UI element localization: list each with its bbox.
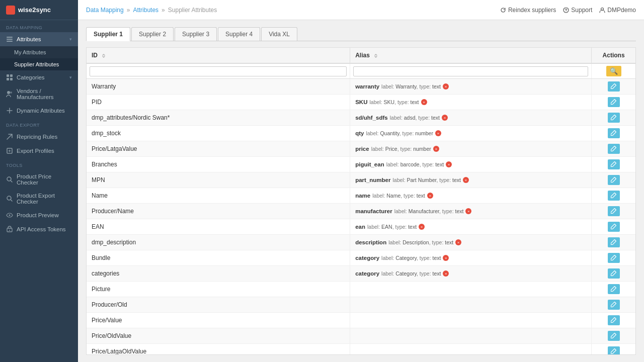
- alias-remove-button[interactable]: ×: [435, 130, 441, 136]
- edit-button[interactable]: [608, 300, 620, 310]
- edit-button[interactable]: [608, 206, 620, 216]
- alias-remove-button[interactable]: ×: [443, 255, 449, 261]
- alias-name: SKU: [355, 99, 367, 105]
- alias-remove-button[interactable]: ×: [443, 270, 449, 277]
- col-header-id: ID: [87, 48, 350, 63]
- reindex-suppliers-link[interactable]: Reindex suppliers: [500, 7, 556, 14]
- edit-button[interactable]: [608, 222, 620, 232]
- alias-remove-button[interactable]: ×: [446, 161, 452, 167]
- sidebar-item-my-attributes[interactable]: My Attributes: [0, 46, 78, 58]
- alias-remove-button[interactable]: ×: [465, 208, 471, 214]
- alias-remove-button[interactable]: ×: [419, 224, 425, 230]
- row-id-cell: Name: [87, 188, 350, 204]
- edit-button[interactable]: [608, 284, 620, 294]
- edit-button[interactable]: [608, 81, 620, 92]
- tab-vida-xl[interactable]: Vida XL: [261, 27, 297, 41]
- table-row: Namenamelabel: Name, type: text×: [87, 188, 635, 204]
- filter-row: 🔍: [87, 63, 635, 79]
- table-row: dmp_stockqtylabel: Quantity, type: numbe…: [87, 126, 635, 141]
- row-alias-cell: descriptionlabel: Description, type: tex…: [350, 235, 592, 250]
- row-actions-cell: [592, 126, 635, 141]
- support-label: Support: [571, 7, 592, 14]
- edit-button[interactable]: [608, 128, 620, 138]
- edit-button[interactable]: [608, 144, 620, 154]
- edit-icon: [611, 223, 617, 229]
- edit-icon: [611, 254, 617, 260]
- row-id-cell: Branches: [87, 157, 350, 172]
- edit-button[interactable]: [608, 113, 620, 123]
- section-label-tools: TOOLS: [0, 158, 78, 170]
- row-id-cell: Picture: [87, 282, 350, 297]
- edit-button[interactable]: [608, 191, 620, 201]
- sidebar-item-dynamic-attributes[interactable]: Dynamic Attributes: [0, 104, 78, 118]
- sidebar-item-export-profiles[interactable]: Export Profiles: [0, 144, 78, 158]
- row-id-cell: MPN: [87, 172, 350, 188]
- sidebar-item-repricing-rules[interactable]: Repricing Rules: [0, 130, 78, 144]
- edit-button[interactable]: [608, 175, 620, 185]
- alias-remove-button[interactable]: ×: [433, 146, 439, 152]
- alias-meta: label: Description, type: text: [388, 239, 453, 245]
- sidebar-item-api-access-tokens[interactable]: API Access Tokens: [0, 222, 78, 236]
- row-actions-cell: [592, 235, 635, 250]
- user-menu[interactable]: DMPdemo: [599, 7, 636, 14]
- supplier-tabs: Supplier 1 Supplier 2 Supplier 3 Supplie…: [86, 27, 636, 41]
- svg-point-11: [7, 196, 11, 200]
- edit-button[interactable]: [608, 237, 620, 247]
- alias-remove-button[interactable]: ×: [427, 193, 433, 199]
- repricing-rules-label: Repricing Rules: [17, 134, 57, 140]
- breadcrumb-attributes[interactable]: Attributes: [133, 7, 158, 14]
- tab-supplier-1[interactable]: Supplier 1: [86, 27, 130, 41]
- svg-point-7: [7, 91, 10, 94]
- svg-point-12: [9, 215, 11, 216]
- alias-meta: label: barcode, type: text: [386, 161, 444, 167]
- edit-button[interactable]: [608, 159, 620, 169]
- sort-id-icon: [101, 53, 106, 58]
- row-id-cell: Warranty: [87, 79, 350, 95]
- tab-supplier-3[interactable]: Supplier 3: [175, 27, 217, 41]
- dynamic-attributes-label: Dynamic Attributes: [17, 108, 65, 114]
- tab-supplier-2[interactable]: Supplier 2: [131, 27, 174, 41]
- table-row: Price/Value: [87, 313, 635, 328]
- edit-button[interactable]: [608, 331, 620, 341]
- alias-name: warranty: [355, 83, 379, 89]
- alias-meta: label: Part Number, type: text: [392, 177, 460, 183]
- alias-remove-button[interactable]: ×: [421, 99, 427, 105]
- breadcrumb-current: Supplier Attributes: [168, 7, 217, 14]
- alias-remove-button[interactable]: ×: [463, 177, 469, 183]
- sidebar-item-supplier-attributes[interactable]: Supplier Attributes: [0, 58, 78, 70]
- breadcrumb-data-mapping[interactable]: Data Mapping: [86, 7, 124, 14]
- sidebar-item-categories[interactable]: Categories ▾: [0, 70, 78, 84]
- attributes-table-container: ID Alias Actions: [86, 47, 636, 355]
- sidebar-item-product-price-checker[interactable]: Product Price Checker: [0, 170, 78, 189]
- edit-button[interactable]: [608, 315, 620, 325]
- support-link[interactable]: Support: [563, 7, 592, 14]
- edit-button[interactable]: [608, 346, 620, 355]
- row-id-cell: Price/LatgaOldValue: [87, 344, 350, 355]
- filter-search-button[interactable]: 🔍: [606, 66, 621, 76]
- row-alias-cell: pricelabel: Price, type: number×: [350, 141, 592, 157]
- edit-button[interactable]: [608, 253, 620, 263]
- alias-remove-button[interactable]: ×: [455, 239, 461, 245]
- edit-button[interactable]: [608, 268, 620, 279]
- alias-name: category: [355, 270, 379, 277]
- filter-id-cell: [87, 63, 350, 79]
- product-price-checker-label: Product Price Checker: [17, 173, 72, 186]
- row-actions-cell: [592, 172, 635, 188]
- alias-remove-button[interactable]: ×: [443, 83, 449, 89]
- sidebar-item-product-preview[interactable]: Product Preview: [0, 208, 78, 222]
- table-row: Picture: [87, 282, 635, 297]
- row-actions-cell: [592, 204, 635, 219]
- filter-alias-input[interactable]: [353, 66, 588, 76]
- sidebar-item-attributes[interactable]: Attributes ▾: [0, 32, 78, 46]
- alias-remove-button[interactable]: ×: [442, 115, 448, 121]
- repricing-icon: [6, 133, 13, 140]
- tab-supplier-4[interactable]: Supplier 4: [218, 27, 260, 41]
- sidebar-item-product-export-checker[interactable]: Product Export Checker: [0, 189, 78, 208]
- table-row: Branchespiguit_eanlabel: barcode, type: …: [87, 157, 635, 172]
- row-alias-cell: SKUlabel: SKU, type: text×: [350, 95, 592, 110]
- edit-button[interactable]: [608, 97, 620, 107]
- filter-id-input[interactable]: [90, 66, 347, 76]
- sidebar-item-vendors[interactable]: Vendors / Manufacturers: [0, 84, 78, 104]
- edit-icon: [611, 286, 617, 292]
- edit-icon: [611, 301, 617, 307]
